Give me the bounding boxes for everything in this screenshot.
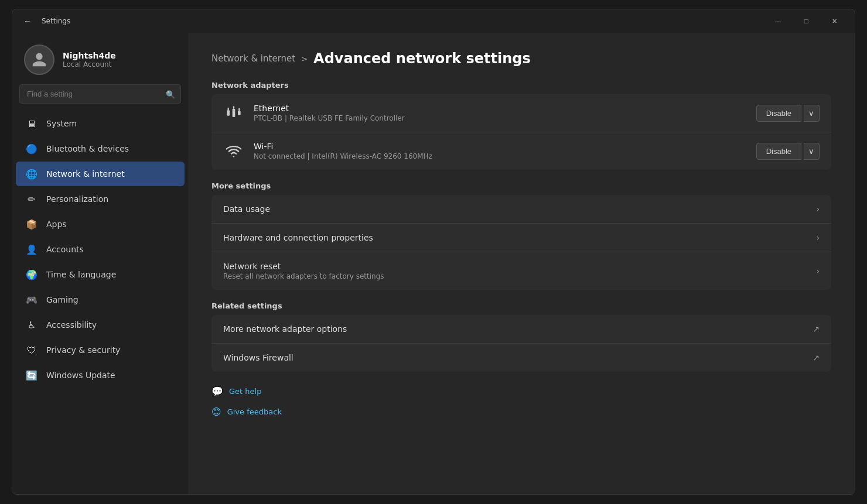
sidebar-item-apps[interactable]: 📦 Apps <box>16 212 185 236</box>
breadcrumb: Network & internet > Advanced network se… <box>211 50 831 67</box>
page-title: Advanced network settings <box>313 50 531 67</box>
data-usage-content: Data usage <box>223 204 270 214</box>
more-adapter-options-content: More network adapter options <box>223 324 347 334</box>
external-link-icon-2: ↗ <box>813 353 820 362</box>
data-usage-row[interactable]: Data usage › <box>211 195 831 224</box>
sidebar-item-personalization[interactable]: ✏ Personalization <box>16 187 185 211</box>
sidebar-item-windows-update[interactable]: 🔄 Windows Update <box>16 363 185 388</box>
chevron-right-icon: › <box>816 204 820 214</box>
app-title: Settings <box>42 17 70 25</box>
search-input[interactable] <box>19 84 181 104</box>
user-profile: Nightsh4de Local Account <box>12 33 188 84</box>
wifi-expand-button[interactable]: ∨ <box>804 143 820 160</box>
ethernet-disable-button[interactable]: Disable <box>756 105 801 122</box>
sidebar-label-accounts: Accounts <box>46 245 175 254</box>
maximize-button[interactable]: □ <box>793 12 820 30</box>
svg-point-6 <box>233 156 234 157</box>
user-info: Nightsh4de Local Account <box>63 51 116 68</box>
time-icon: 🌍 <box>25 268 38 281</box>
sidebar-item-privacy[interactable]: 🛡 Privacy & security <box>16 338 185 362</box>
hardware-connection-title: Hardware and connection properties <box>223 233 373 242</box>
svg-rect-5 <box>238 108 240 111</box>
hardware-connection-row[interactable]: Hardware and connection properties › <box>211 224 831 252</box>
wifi-adapter-info: Wi-Fi Not connected | Intel(R) Wireless-… <box>254 142 747 160</box>
hardware-connection-content: Hardware and connection properties <box>223 233 373 242</box>
sidebar-nav: 🖥 System 🔵 Bluetooth & devices 🌐 Network… <box>12 111 188 388</box>
sidebar-item-accounts[interactable]: 👤 Accounts <box>16 237 185 262</box>
sidebar-label-windows-update: Windows Update <box>46 371 175 380</box>
sidebar-label-time: Time & language <box>46 270 175 279</box>
ethernet-adapter-info: Ethernet PTCL-BB | Realtek USB FE Family… <box>254 104 747 122</box>
svg-rect-4 <box>233 106 234 109</box>
sidebar-item-network[interactable]: 🌐 Network & internet <box>16 162 185 186</box>
sidebar-item-accessibility[interactable]: ♿ Accessibility <box>16 313 185 337</box>
svg-rect-2 <box>238 111 241 115</box>
get-help-label: Get help <box>229 387 261 396</box>
accounts-icon: 👤 <box>25 243 38 256</box>
breadcrumb-separator: > <box>301 54 308 63</box>
system-icon: 🖥 <box>25 117 38 130</box>
back-button[interactable]: ← <box>19 13 36 29</box>
windows-firewall-content: Windows Firewall <box>223 353 293 362</box>
help-icon: 💬 <box>211 386 223 397</box>
windows-update-icon: 🔄 <box>25 369 38 382</box>
avatar <box>24 44 54 75</box>
wifi-adapter-row: Wi-Fi Not connected | Intel(R) Wireless-… <box>211 132 831 170</box>
ethernet-icon <box>223 102 244 124</box>
more-adapter-options-title: More network adapter options <box>223 324 347 334</box>
give-feedback-link[interactable]: 😊 Give feedback <box>211 404 831 420</box>
related-settings-card: More network adapter options ↗ Windows F… <box>211 315 831 372</box>
network-reset-title: Network reset <box>223 262 384 271</box>
sidebar-label-personalization: Personalization <box>46 194 175 204</box>
ethernet-expand-button[interactable]: ∨ <box>804 105 820 122</box>
titlebar: ← Settings — □ ✕ <box>12 9 855 33</box>
more-settings-header: More settings <box>211 181 831 190</box>
account-type: Local Account <box>63 60 116 68</box>
sidebar-label-system: System <box>46 119 175 128</box>
wifi-adapter-desc: Not connected | Intel(R) Wireless-AC 926… <box>254 152 747 160</box>
sidebar-label-bluetooth: Bluetooth & devices <box>46 144 175 153</box>
more-settings-card: Data usage › Hardware and connection pro… <box>211 195 831 290</box>
apps-icon: 📦 <box>25 218 38 231</box>
accessibility-icon: ♿ <box>25 318 38 331</box>
wifi-adapter-name: Wi-Fi <box>254 142 747 151</box>
ethernet-adapter-row: Ethernet PTCL-BB | Realtek USB FE Family… <box>211 94 831 132</box>
data-usage-title: Data usage <box>223 204 270 214</box>
give-feedback-label: Give feedback <box>227 407 282 416</box>
sidebar-item-bluetooth[interactable]: 🔵 Bluetooth & devices <box>16 136 185 161</box>
content-area: Network & internet > Advanced network se… <box>188 33 855 494</box>
gaming-icon: 🎮 <box>25 293 38 306</box>
wifi-adapter-actions: Disable ∨ <box>756 143 820 160</box>
external-link-icon: ↗ <box>813 324 820 334</box>
ethernet-adapter-actions: Disable ∨ <box>756 105 820 122</box>
settings-window: ← Settings — □ ✕ Nightsh4de Local Accoun… <box>12 9 855 495</box>
related-settings-header: Related settings <box>211 301 831 310</box>
chevron-down-icon: ∨ <box>808 109 814 118</box>
sidebar-item-system[interactable]: 🖥 System <box>16 111 185 136</box>
chevron-down-icon: ∨ <box>808 147 814 156</box>
network-adapters-header: Network adapters <box>211 81 831 90</box>
ethernet-adapter-desc: PTCL-BB | Realtek USB FE Family Controll… <box>254 114 747 122</box>
sidebar-label-apps: Apps <box>46 220 175 229</box>
titlebar-left: ← Settings <box>19 13 764 29</box>
windows-firewall-row[interactable]: Windows Firewall ↗ <box>211 344 831 372</box>
sidebar-item-time[interactable]: 🌍 Time & language <box>16 262 185 287</box>
sidebar-label-privacy: Privacy & security <box>46 345 175 355</box>
network-reset-row[interactable]: Network reset Reset all network adapters… <box>211 252 831 290</box>
network-reset-content: Network reset Reset all network adapters… <box>223 262 384 280</box>
svg-rect-3 <box>228 108 229 111</box>
search-icon: 🔍 <box>166 90 175 98</box>
close-button[interactable]: ✕ <box>821 12 848 30</box>
user-avatar-icon <box>31 52 47 68</box>
wifi-disable-button[interactable]: Disable <box>756 143 801 160</box>
minimize-button[interactable]: — <box>764 12 791 30</box>
sidebar-item-gaming[interactable]: 🎮 Gaming <box>16 287 185 312</box>
window-controls: — □ ✕ <box>764 12 848 30</box>
get-help-link[interactable]: 💬 Get help <box>211 383 831 399</box>
ethernet-adapter-name: Ethernet <box>254 104 747 113</box>
username: Nightsh4de <box>63 51 116 60</box>
more-adapter-options-row[interactable]: More network adapter options ↗ <box>211 315 831 344</box>
privacy-icon: 🛡 <box>25 344 38 356</box>
breadcrumb-parent[interactable]: Network & internet <box>211 53 295 64</box>
wifi-icon <box>223 140 244 162</box>
